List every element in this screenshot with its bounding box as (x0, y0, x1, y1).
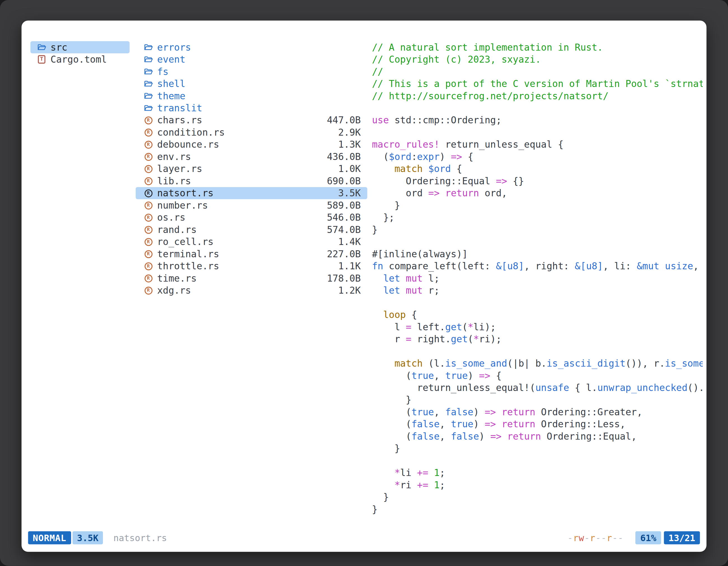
folder-row-src[interactable]: src (30, 41, 130, 53)
code-line: (true, true) => { (372, 369, 703, 381)
code-line: loop { (372, 309, 703, 321)
entry-size: 178.0B (322, 272, 361, 284)
folder-open-icon (143, 80, 154, 88)
code-line: macro_rules! return_unless_equal { (372, 139, 703, 151)
entry-name: fs (157, 65, 168, 78)
folder-row-shell[interactable]: shell (136, 78, 367, 90)
entry-name: src (51, 41, 67, 53)
file-row-time.rs[interactable]: Rtime.rs178.0B (136, 272, 367, 284)
entry-size: 436.0B (322, 151, 361, 163)
folder-row-errors[interactable]: errors (136, 41, 367, 53)
rust-file-icon: R (143, 128, 154, 136)
code-line (372, 345, 703, 357)
code-line (372, 296, 703, 308)
folder-row-fs[interactable]: fs (136, 65, 367, 78)
file-permissions: -rw-r--r-- (567, 533, 623, 543)
file-row-ro_cell.rs[interactable]: Rro_cell.rs1.4K (136, 236, 367, 248)
current-directory-pane: errorseventfsshellthemetranslitRchars.rs… (136, 41, 367, 296)
file-row-debounce.rs[interactable]: Rdebounce.rs1.3K (136, 139, 367, 151)
file-size-badge: 3.5K (72, 531, 103, 544)
entry-size: 1.4K (334, 236, 361, 248)
code-line: ($ord:expr) => { (372, 151, 703, 163)
folder-open-icon (143, 44, 154, 51)
entry-name: natsort.rs (157, 187, 213, 199)
file-row-os.rs[interactable]: Ros.rs546.0B (136, 212, 367, 224)
code-line: } (372, 394, 703, 406)
entry-name: layer.rs (157, 163, 202, 175)
rust-file-icon: R (143, 177, 154, 185)
rust-file-icon: R (143, 201, 154, 209)
entry-size: 1.2K (334, 284, 361, 296)
status-right-group: -rw-r--r-- 61% 13/21 (567, 531, 700, 544)
code-line: let mut r; (372, 284, 703, 296)
code-line: r = right.get(*ri); (372, 333, 703, 345)
entry-name: lib.rs (157, 175, 191, 187)
code-line: } (372, 199, 703, 211)
entry-name: condition.rs (157, 126, 225, 139)
file-row-lib.rs[interactable]: Rlib.rs690.0B (136, 175, 367, 187)
file-row-env.rs[interactable]: Renv.rs436.0B (136, 151, 367, 163)
rust-file-icon: R (143, 165, 154, 173)
code-line: (true, false) => return Ordering::Greate… (372, 406, 703, 418)
file-row-condition.rs[interactable]: Rcondition.rs2.9K (136, 126, 367, 139)
code-line: *li += 1; (372, 467, 703, 479)
folder-open-icon (143, 104, 154, 112)
entry-name: os.rs (157, 212, 185, 224)
file-row-chars.rs[interactable]: Rchars.rs447.0B (136, 114, 367, 126)
folder-row-translit[interactable]: translit (136, 102, 367, 114)
rust-file-icon: R (143, 116, 154, 124)
entry-name: errors (157, 41, 191, 53)
entry-size: 589.0B (322, 199, 361, 211)
entry-size: 1.0K (334, 163, 361, 175)
code-line: match (l.is_some_and(|b| b.is_ascii_digi… (372, 357, 703, 369)
rust-file-icon: R (143, 153, 154, 161)
entry-name: Cargo.toml (51, 53, 107, 65)
file-row-terminal.rs[interactable]: Rterminal.rs227.0B (136, 248, 367, 260)
folder-open-icon (143, 56, 154, 63)
entry-size: 690.0B (322, 175, 361, 187)
code-line: *ri += 1; (372, 479, 703, 491)
entry-name: time.rs (157, 272, 197, 284)
code-line: Ordering::Equal => {} (372, 175, 703, 187)
code-line: // A natural sort implementation in Rust… (372, 41, 703, 53)
entry-size: 227.0B (322, 248, 361, 260)
file-row-Cargo.toml[interactable]: TCargo.toml (30, 53, 130, 65)
code-line: (false, false) => return Ordering::Equal… (372, 430, 703, 442)
desktop-background: srcTCargo.toml errorseventfsshellthemetr… (0, 0, 728, 566)
file-row-layer.rs[interactable]: Rlayer.rs1.0K (136, 163, 367, 175)
entry-name: translit (157, 102, 202, 114)
mode-badge: NORMAL (28, 531, 71, 544)
file-row-natsort.rs[interactable]: Rnatsort.rs3.5K (136, 187, 367, 199)
yazi-file-manager-window: srcTCargo.toml errorseventfsshellthemetr… (22, 21, 706, 552)
code-line (372, 126, 703, 139)
code-line: (false, true) => return Ordering::Less, (372, 418, 703, 430)
file-row-number.rs[interactable]: Rnumber.rs589.0B (136, 199, 367, 211)
code-line: }; (372, 212, 703, 224)
status-left-group: NORMAL 3.5K natsort.rs (28, 531, 167, 544)
rust-file-icon: R (143, 250, 154, 258)
rust-file-icon: R (143, 286, 154, 294)
code-line (372, 236, 703, 248)
file-row-throttle.rs[interactable]: Rthrottle.rs1.1K (136, 260, 367, 272)
code-line: // Copyright (c) 2023, sxyazi. (372, 53, 703, 65)
entry-name: rand.rs (157, 224, 197, 236)
code-line: match $ord { (372, 163, 703, 175)
rust-file-icon: R (143, 238, 154, 246)
entry-size: 1.1K (334, 260, 361, 272)
folder-open-icon (36, 44, 47, 51)
code-line: } (372, 503, 703, 515)
file-preview-pane: // A natural sort implementation in Rust… (372, 41, 703, 515)
folder-row-event[interactable]: event (136, 53, 367, 65)
status-filename: natsort.rs (113, 533, 167, 543)
folder-row-theme[interactable]: theme (136, 90, 367, 102)
rust-file-icon: R (143, 274, 154, 282)
entry-name: theme (157, 90, 185, 102)
entry-size: 1.3K (334, 139, 361, 151)
cursor-position-badge: 13/21 (664, 531, 700, 544)
scroll-percentage-badge: 61% (636, 531, 661, 544)
file-row-rand.rs[interactable]: Rrand.rs574.0B (136, 224, 367, 236)
code-line: } (372, 491, 703, 503)
entry-name: number.rs (157, 199, 208, 211)
code-line: l = left.get(*li); (372, 321, 703, 333)
file-row-xdg.rs[interactable]: Rxdg.rs1.2K (136, 284, 367, 296)
